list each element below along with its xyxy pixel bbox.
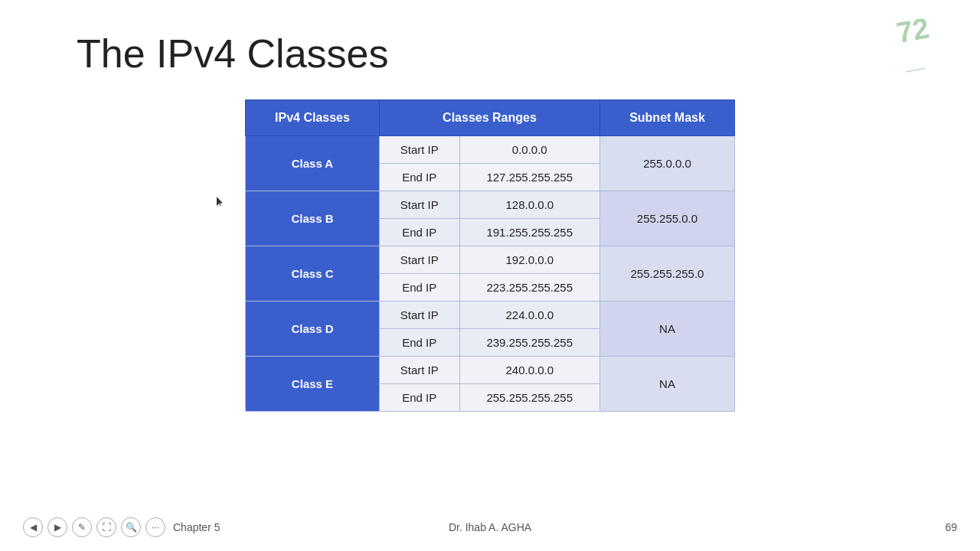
svg-text:__: __ [902,51,925,73]
nav-back-button[interactable]: ◀ [23,517,43,537]
col-header-subnet: Subnet Mask [599,100,734,136]
start-ip-value: 128.0.0.0 [459,191,599,219]
footer-chapter: Chapter 5 [173,521,220,533]
table-row: Class AStart IP0.0.0.0255.0.0.0 [246,136,735,164]
ipv4-classes-table: IPv4 Classes Classes Ranges Subnet Mask … [245,99,735,412]
table-row: Class BStart IP128.0.0.0255.255.0.0 [246,191,735,219]
col-header-ipv4classes: IPv4 Classes [246,100,380,136]
class-cell-class-c: Class C [246,246,380,302]
nav-more-button[interactable]: ··· [145,517,165,537]
end-ip-value: 191.255.255.255 [459,219,599,246]
start-ip-label: Start IP [379,357,459,384]
end-ip-label: End IP [379,329,459,357]
class-cell-class-a: Class A [246,136,380,191]
class-cell-class-e: Class E [246,357,380,412]
start-ip-label: Start IP [379,246,459,274]
end-ip-value: 223.255.255.255 [459,274,599,302]
subnet-cell: 255.0.0.0 [599,136,734,191]
end-ip-value: 255.255.255.255 [459,384,599,412]
end-ip-label: End IP [379,384,459,412]
nav-screen-button[interactable]: ⛶ [96,517,116,537]
table-wrapper: IPv4 Classes Classes Ranges Subnet Mask … [46,99,934,412]
start-ip-label: Start IP [379,191,459,219]
nav-controls: ◀ ▶ ✎ ⛶ 🔍 ··· [23,517,165,537]
col-header-ranges: Classes Ranges [379,100,599,136]
footer-page: 69 [945,521,957,533]
footer-left: ◀ ▶ ✎ ⛶ 🔍 ··· Chapter 5 [23,517,220,537]
end-ip-label: End IP [379,274,459,302]
subnet-cell: 255.255.255.0 [599,246,734,302]
footer-author: Dr. Ihab A. AGHA [449,521,531,533]
class-cell-class-d: Class D [246,302,380,357]
svg-text:72: 72 [896,11,932,49]
table-row: Class CStart IP192.0.0.0255.255.255.0 [246,246,735,274]
slide-container: 72 __ The IPv4 Classes IPv4 Classes Clas… [0,0,980,551]
end-ip-label: End IP [379,219,459,246]
subnet-cell: 255.255.0.0 [599,191,734,246]
page-title: The IPv4 Classes [77,31,934,77]
nav-zoom-button[interactable]: 🔍 [121,517,141,537]
nav-pen-button[interactable]: ✎ [72,517,92,537]
nav-play-button[interactable]: ▶ [47,517,67,537]
start-ip-value: 0.0.0.0 [459,136,599,164]
start-ip-value: 224.0.0.0 [459,302,599,329]
footer: ◀ ▶ ✎ ⛶ 🔍 ··· Chapter 5 Dr. Ihab A. AGHA… [0,517,980,537]
class-cell-class-b: Class B [246,191,380,246]
end-ip-value: 127.255.255.255 [459,164,599,191]
end-ip-label: End IP [379,164,459,191]
subnet-cell: NA [599,302,734,357]
end-ip-value: 239.255.255.255 [459,329,599,357]
start-ip-label: Start IP [379,136,459,164]
start-ip-label: Start IP [379,302,459,329]
start-ip-value: 240.0.0.0 [459,357,599,384]
subnet-cell: NA [599,357,734,412]
table-row: Class DStart IP224.0.0.0NA [246,302,735,329]
table-row: Class EStart IP240.0.0.0NA [246,357,735,384]
start-ip-value: 192.0.0.0 [459,246,599,274]
watermark: 72 __ [896,8,957,84]
